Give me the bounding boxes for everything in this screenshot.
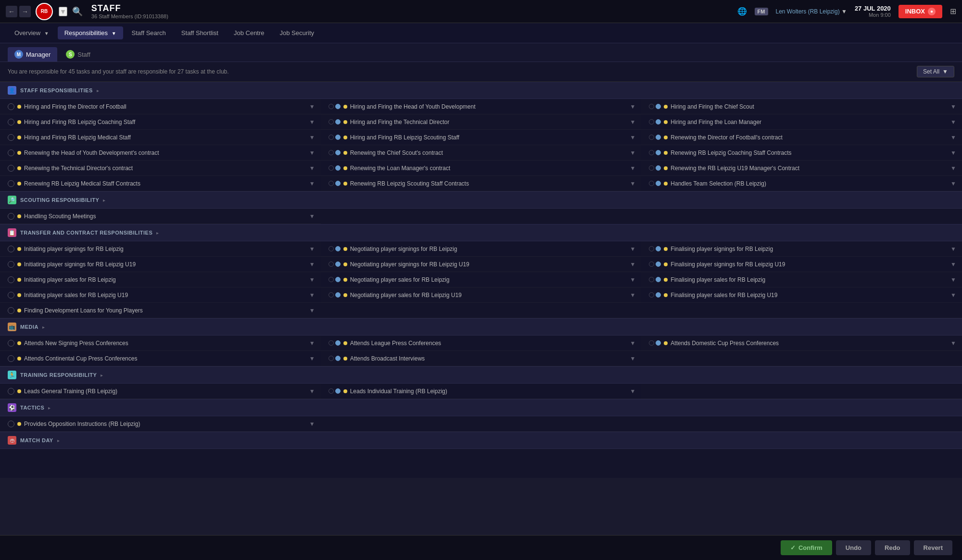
mini-radio[interactable] bbox=[649, 340, 654, 346]
mini-radio-on[interactable] bbox=[656, 104, 661, 109]
resp-dropdown-arrow[interactable]: ▼ bbox=[307, 103, 317, 110]
mini-radio-on[interactable] bbox=[656, 150, 661, 155]
person-tab-staff[interactable]: S Staff bbox=[59, 47, 97, 62]
resp-dropdown-arrow[interactable]: ▼ bbox=[628, 246, 637, 252]
resp-dropdown-arrow[interactable]: ▼ bbox=[307, 119, 317, 125]
radio-button[interactable] bbox=[8, 149, 14, 156]
radio-button[interactable] bbox=[8, 388, 14, 395]
radio-button[interactable] bbox=[8, 276, 14, 283]
mini-radio-on[interactable] bbox=[335, 261, 341, 267]
mini-radio-on[interactable] bbox=[656, 181, 661, 186]
resp-dropdown-arrow[interactable]: ▼ bbox=[307, 213, 317, 220]
search-icon[interactable]: 🔍 bbox=[72, 6, 83, 17]
resp-dropdown-arrow[interactable]: ▼ bbox=[949, 103, 958, 110]
mini-radio[interactable] bbox=[649, 150, 654, 155]
resp-dropdown-arrow[interactable]: ▼ bbox=[949, 165, 958, 172]
redo-button[interactable]: Redo bbox=[875, 540, 910, 555]
mini-radio-on[interactable] bbox=[335, 104, 341, 109]
tab-responsibilities[interactable]: Responsibilities ▼ bbox=[58, 26, 123, 39]
mini-radio[interactable] bbox=[649, 165, 654, 171]
resp-dropdown-arrow[interactable]: ▼ bbox=[307, 307, 317, 314]
resp-dropdown-arrow[interactable]: ▼ bbox=[949, 246, 958, 252]
inbox-button[interactable]: INBOX ● bbox=[899, 5, 942, 18]
resp-dropdown-arrow[interactable]: ▼ bbox=[628, 119, 637, 125]
mini-radio[interactable] bbox=[649, 277, 654, 282]
resp-dropdown-arrow[interactable]: ▼ bbox=[949, 261, 958, 268]
club-logo[interactable]: RB bbox=[36, 3, 53, 20]
resp-dropdown-arrow[interactable]: ▼ bbox=[307, 165, 317, 172]
mini-radio-on[interactable] bbox=[656, 135, 661, 140]
forward-button[interactable]: → bbox=[19, 6, 31, 17]
radio-button[interactable] bbox=[8, 355, 14, 362]
radio-button[interactable] bbox=[8, 165, 14, 172]
resp-dropdown-arrow[interactable]: ▼ bbox=[307, 292, 317, 299]
resp-dropdown-arrow[interactable]: ▼ bbox=[307, 355, 317, 362]
mini-radio-on[interactable] bbox=[335, 150, 341, 155]
section-media[interactable]: 📺 MEDIA ▸ bbox=[0, 318, 962, 336]
radio-button[interactable] bbox=[8, 421, 14, 427]
mini-radio[interactable] bbox=[649, 181, 654, 186]
resp-dropdown-arrow[interactable]: ▼ bbox=[307, 276, 317, 283]
mini-radio-on[interactable] bbox=[656, 292, 661, 298]
radio-button[interactable] bbox=[8, 180, 14, 187]
radio-button[interactable] bbox=[8, 261, 14, 268]
mini-radio[interactable] bbox=[329, 246, 334, 251]
back-button[interactable]: ← bbox=[6, 6, 17, 17]
mini-radio[interactable] bbox=[329, 340, 334, 346]
radio-button[interactable] bbox=[8, 340, 14, 347]
radio-button[interactable] bbox=[8, 103, 14, 110]
section-staff-responsibilities[interactable]: 👤 STAFF RESPONSIBILITIES ▸ bbox=[0, 82, 962, 99]
mini-radio-on[interactable] bbox=[656, 277, 661, 282]
mini-radio-on[interactable] bbox=[656, 165, 661, 171]
club-dropdown-button[interactable]: ▼ bbox=[59, 7, 67, 16]
section-transfer-contract[interactable]: 📋 TRANSFER AND CONTRACT RESPONSIBILITIES… bbox=[0, 224, 962, 241]
mini-radio[interactable] bbox=[649, 292, 654, 298]
mini-radio[interactable] bbox=[329, 135, 334, 140]
globe-icon[interactable]: 🌐 bbox=[737, 7, 747, 16]
resp-dropdown-arrow[interactable]: ▼ bbox=[307, 340, 317, 347]
radio-button[interactable] bbox=[8, 292, 14, 299]
mini-radio[interactable] bbox=[329, 104, 334, 109]
tab-staff-search[interactable]: Staff Search bbox=[125, 26, 173, 39]
mini-radio-on[interactable] bbox=[656, 119, 661, 124]
mini-radio-on[interactable] bbox=[335, 165, 341, 171]
mini-radio[interactable] bbox=[329, 292, 334, 298]
mini-radio-on[interactable] bbox=[656, 261, 661, 267]
resp-dropdown-arrow[interactable]: ▼ bbox=[628, 103, 637, 110]
resp-dropdown-arrow[interactable]: ▼ bbox=[628, 276, 637, 283]
resp-dropdown-arrow[interactable]: ▼ bbox=[307, 246, 317, 252]
resp-dropdown-arrow[interactable]: ▼ bbox=[628, 292, 637, 299]
mini-radio[interactable] bbox=[329, 181, 334, 186]
resp-dropdown-arrow[interactable]: ▼ bbox=[628, 149, 637, 156]
mini-radio[interactable] bbox=[649, 104, 654, 109]
person-tab-manager[interactable]: M Manager bbox=[8, 47, 57, 62]
mini-radio[interactable] bbox=[649, 135, 654, 140]
tab-staff-shortlist[interactable]: Staff Shortlist bbox=[175, 26, 225, 39]
radio-button[interactable] bbox=[8, 246, 14, 252]
resp-dropdown-arrow[interactable]: ▼ bbox=[307, 261, 317, 268]
resp-dropdown-arrow[interactable]: ▼ bbox=[628, 180, 637, 187]
resp-dropdown-arrow[interactable]: ▼ bbox=[628, 134, 637, 141]
resp-dropdown-arrow[interactable]: ▼ bbox=[628, 388, 637, 395]
mini-radio[interactable] bbox=[329, 119, 334, 124]
resp-dropdown-arrow[interactable]: ▼ bbox=[949, 276, 958, 283]
resp-dropdown-arrow[interactable]: ▼ bbox=[628, 165, 637, 172]
resp-dropdown-arrow[interactable]: ▼ bbox=[628, 355, 637, 362]
mini-radio[interactable] bbox=[649, 119, 654, 124]
resp-dropdown-arrow[interactable]: ▼ bbox=[949, 149, 958, 156]
tab-job-centre[interactable]: Job Centre bbox=[227, 26, 271, 39]
mini-radio[interactable] bbox=[329, 261, 334, 267]
resp-dropdown-arrow[interactable]: ▼ bbox=[628, 340, 637, 347]
radio-button[interactable] bbox=[8, 134, 14, 141]
resp-dropdown-arrow[interactable]: ▼ bbox=[628, 261, 637, 268]
section-tactics[interactable]: ⚽ TACTICS ▸ bbox=[0, 399, 962, 416]
expand-button[interactable]: ⊞ bbox=[950, 7, 956, 16]
radio-button[interactable] bbox=[8, 119, 14, 125]
set-all-button[interactable]: Set All ▼ bbox=[917, 66, 954, 77]
resp-dropdown-arrow[interactable]: ▼ bbox=[949, 180, 958, 187]
radio-button[interactable] bbox=[8, 213, 14, 220]
undo-button[interactable]: Undo bbox=[836, 540, 871, 555]
mini-radio[interactable] bbox=[329, 165, 334, 171]
resp-dropdown-arrow[interactable]: ▼ bbox=[949, 119, 958, 125]
revert-button[interactable]: Revert bbox=[914, 540, 952, 555]
